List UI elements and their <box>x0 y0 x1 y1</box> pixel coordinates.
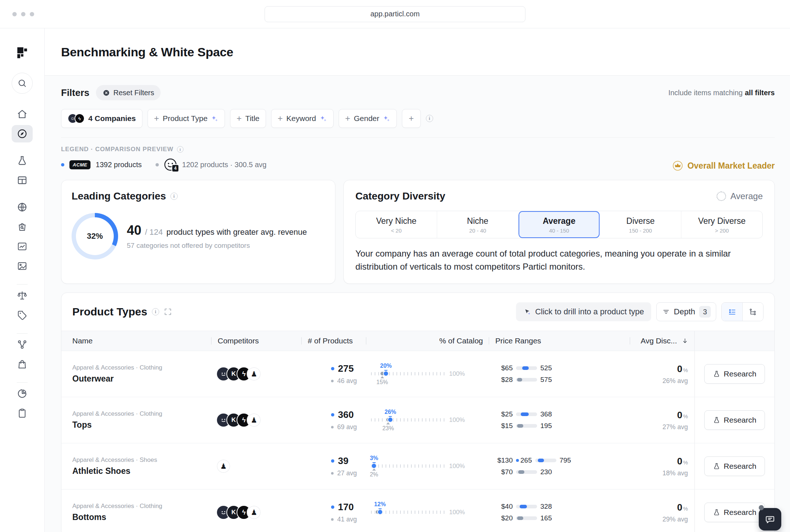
gender-filter-chip[interactable]: + Gender <box>339 109 397 128</box>
competitor-avatars: ♟ <box>211 459 301 473</box>
sidebar-item-pricing[interactable] <box>12 306 33 324</box>
expand-button[interactable] <box>164 308 172 316</box>
flask-icon <box>713 463 720 470</box>
research-button[interactable]: Research <box>704 410 765 430</box>
price-range-bar <box>516 366 537 370</box>
add-filter-chip[interactable]: + <box>402 109 421 128</box>
column-header-competitors[interactable]: Competitors <box>211 331 301 351</box>
sidebar-item-hierarchy[interactable] <box>12 336 33 353</box>
flask-icon <box>713 416 720 424</box>
product-name-cell: Apparel & Accessories · ShoesAthletic Sh… <box>61 456 211 476</box>
column-header-products[interactable]: # of Products <box>301 331 366 351</box>
product-types-info-icon[interactable]: i <box>152 308 159 315</box>
sidebar-item-tables[interactable] <box>12 172 33 189</box>
column-header-avg-disc[interactable]: Avg Disc... <box>630 331 694 351</box>
app-logo[interactable] <box>15 46 29 60</box>
product-count: 170 <box>338 501 354 513</box>
sidebar-item-market[interactable] <box>12 198 33 216</box>
tree-view-button[interactable] <box>742 303 763 321</box>
crown-icon <box>672 160 683 171</box>
catalog-share-competitor-marker: 23% <box>382 422 394 432</box>
product-row[interactable]: Apparel & Accessories · ClothingOuterwea… <box>61 351 774 397</box>
catalog-share-competitor-marker: 15% <box>376 376 388 386</box>
avg-discount-unit: % <box>683 459 688 466</box>
price-min: $28 <box>495 376 513 384</box>
legend-info-icon[interactable]: i <box>177 146 184 153</box>
keyword-filter-chip[interactable]: + Keyword <box>271 109 334 128</box>
segment-diverse[interactable]: Diverse 150 - 200 <box>600 211 681 238</box>
filters-info-icon[interactable]: i <box>426 115 433 122</box>
category-breadcrumb: Apparel & Accessories · Clothing <box>72 410 211 418</box>
sidebar-item-compare[interactable] <box>12 287 33 304</box>
product-row[interactable]: Apparel & Accessories · ClothingTopsKϟ♟3… <box>61 397 774 443</box>
sidebar-item-product-search[interactable] <box>12 218 33 235</box>
sidebar-divider <box>17 333 28 334</box>
column-header-price-ranges[interactable]: Price Ranges <box>489 331 630 351</box>
sidebar-item-home[interactable] <box>12 105 33 123</box>
product-count-avg: 69 avg <box>337 423 357 431</box>
main-content: Benchmarking & White Space Filters Reset… <box>45 28 790 532</box>
leading-categories-info-icon[interactable]: i <box>170 193 178 200</box>
segment-very-niche[interactable]: Very Niche < 20 <box>356 211 437 238</box>
product-row[interactable]: Apparel & Accessories · ClothingBottomsK… <box>61 489 774 532</box>
product-type-name: Tops <box>72 420 211 430</box>
column-header-catalog[interactable]: % of Catalog <box>366 331 489 351</box>
list-view-icon <box>728 308 736 316</box>
plus-icon: + <box>278 114 283 123</box>
overall-market-leader[interactable]: Overall Market Leader <box>672 160 775 171</box>
particl-logo-icon <box>15 46 29 60</box>
tree-view-icon <box>749 308 757 316</box>
summary-cards: Leading Categories i 32% 40 / 124 produc… <box>61 180 775 284</box>
legend-title: LEGEND · COMPARISON PREVIEW <box>61 146 173 153</box>
sidebar-item-reports[interactable] <box>12 404 33 422</box>
product-row[interactable]: Apparel & Accessories · ShoesAthletic Sh… <box>61 443 774 489</box>
catalog-share-max-label: 100% <box>449 463 465 470</box>
sidebar-search-button[interactable] <box>12 73 33 94</box>
research-button[interactable]: Research <box>704 503 765 522</box>
product-types-title: Product Types <box>72 306 147 318</box>
legend-title-row: LEGEND · COMPARISON PREVIEW i <box>61 146 266 153</box>
sidebar-item-media[interactable] <box>12 257 33 275</box>
avg-discount-cell: 0%27% avg <box>630 410 694 431</box>
product-types-header: Product Types i Click to drill into a pr… <box>61 293 774 331</box>
segment-average[interactable]: Average 40 - 150 <box>518 211 600 238</box>
dotted-circle-icon <box>717 192 726 201</box>
price-range: $65525 <box>495 364 630 372</box>
diversity-segmented-control: Very Niche < 20 Niche 20 - 40 Average 40… <box>355 211 763 238</box>
sidebar-item-benchmarking[interactable] <box>12 125 33 142</box>
sidebar-item-analytics[interactable] <box>12 385 33 402</box>
drill-button[interactable]: Click to drill into a product type <box>516 302 652 321</box>
sidebar-item-lab[interactable] <box>12 152 33 169</box>
avg-discount-cell: 0%18% avg <box>630 456 694 477</box>
avg-discount-avg: 26% avg <box>630 377 688 385</box>
segment-very-diverse[interactable]: Very Diverse > 200 <box>681 211 762 238</box>
title-filter-chip[interactable]: + Title <box>230 109 266 128</box>
sort-descending-icon[interactable] <box>681 337 689 344</box>
url-bar[interactable]: app.particl.com <box>265 6 525 22</box>
acme-share-dot <box>387 417 393 423</box>
depth-button[interactable]: Depth 3 <box>656 302 716 321</box>
plus-icon: + <box>345 114 350 123</box>
research-button[interactable]: Research <box>704 456 765 476</box>
list-view-button[interactable] <box>722 303 742 321</box>
price-range: $15195 <box>495 422 630 430</box>
match-mode-text[interactable]: Include items matching all filters <box>668 89 775 97</box>
catalog-share-max-label: 100% <box>449 370 465 378</box>
companies-filter-chip[interactable]: ☺ ϟ 4 Companies <box>61 109 142 128</box>
column-header-name[interactable]: Name <box>61 331 211 351</box>
segment-niche[interactable]: Niche 20 - 40 <box>437 211 518 238</box>
reset-filters-button[interactable]: Reset Filters <box>96 85 161 100</box>
product-count-avg: 41 avg <box>337 516 357 523</box>
price-ranges-cell: $130265795$70230 <box>489 456 630 476</box>
plus-icon: + <box>409 114 414 123</box>
competitor-logo-fencer-icon: ♟ <box>247 505 261 520</box>
research-button[interactable]: Research <box>704 364 765 384</box>
price-min: $15 <box>495 422 513 430</box>
sidebar-item-trends[interactable] <box>12 238 33 255</box>
product-type-filter-chip[interactable]: + Product Type <box>148 109 225 128</box>
page-title: Benchmarking & White Space <box>61 45 774 59</box>
acme-share-dot <box>377 509 383 515</box>
clipboard-icon <box>17 408 28 419</box>
chat-fab-button[interactable] <box>759 508 781 531</box>
sidebar-item-shop[interactable] <box>12 355 33 373</box>
